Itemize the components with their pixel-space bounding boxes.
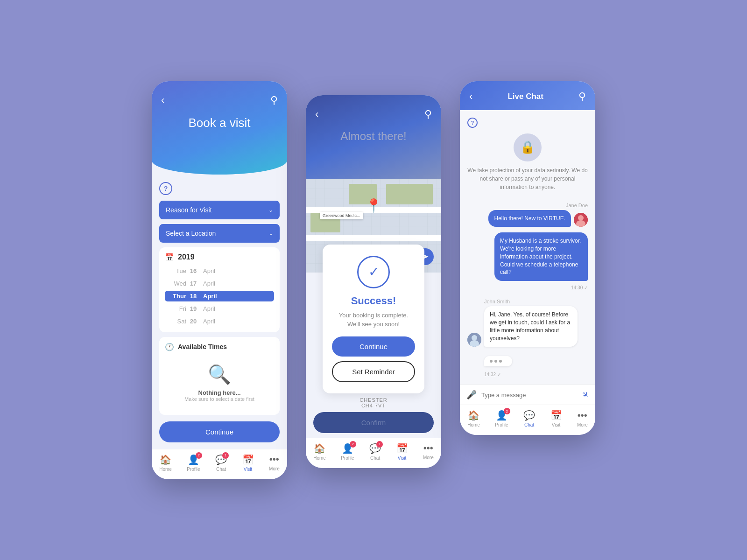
s2-body: ✓ Success! Your booking is complete. We'… [306,273,441,438]
reason-label: Reason for Visit [166,206,212,214]
msg-bubble-3: Hi, Jane. Yes, of course! Before we get … [484,306,578,347]
cal-row-sat[interactable]: Sat 20 April [165,316,274,327]
msg-text-2: My Husband is a stroke survivor. We're l… [500,238,581,275]
home-icon: 🏠 [160,454,171,465]
s3-visit-icon: 📅 [550,410,562,421]
chat-input-area: 🎤 ✈ [460,385,595,405]
search-icon[interactable]: ⚲ [270,94,278,106]
s3-nav-profile-label: Profile [495,422,508,427]
reason-dropdown[interactable]: Reason for Visit ⌄ [159,201,280,219]
typing-row [467,352,588,366]
s2-nav-profile[interactable]: 👤 2 Profile [341,443,354,461]
s1-nav-more[interactable]: ••• More [269,454,280,471]
s3-back-icon[interactable]: ‹ [469,91,472,103]
s1-header: ‹ ⚲ Book a visit [152,81,287,175]
day-wed: Wed [168,280,186,287]
s2-visit-icon: 📅 [396,443,408,454]
s3-nav-visit[interactable]: 📅 Visit [550,410,562,427]
month-apr3: April [200,293,271,300]
month-apr1: April [200,267,271,274]
s1-nav-visit[interactable]: 📅 Visit [242,454,254,472]
msg-row-2: My Husband is a stroke survivor. We're l… [467,232,588,281]
times-header: 🕐 Available Times [165,343,274,351]
s1-continue-button[interactable]: Continue [159,421,280,442]
s2-nav-home[interactable]: 🏠 Home [313,443,326,461]
confirm-button[interactable]: Confirm [313,412,434,433]
s3-nav-more-label: More [577,422,588,427]
s2-nav-more-label: More [423,455,434,460]
location-info: CHESTER CH4 7VT [313,393,434,412]
phone-live-chat: ‹ Live Chat ⚲ ? 🔒 We take protection of … [460,81,595,435]
s2-nav-chat[interactable]: 💬 1 Chat [369,443,381,461]
calendar-section: 📅 2019 Tue 16 April Wed 17 April [159,247,280,332]
john-avatar [467,333,481,347]
day-thur: Thur [168,293,186,300]
nav-chat-label: Chat [216,467,226,472]
s2-nav-more[interactable]: ••• More [423,443,434,460]
s2-back-icon[interactable]: ‹ [315,108,318,120]
s1-nav-chat[interactable]: 💬 1 Chat [215,454,227,472]
s3-help-icon[interactable]: ? [467,118,478,128]
num-20: 20 [186,318,200,325]
send-icon[interactable]: ✈ [579,389,591,401]
s3-nav-home[interactable]: 🏠 Home [467,410,480,427]
success-continue-button[interactable]: Continue [332,336,415,357]
s3-nav-home-label: Home [467,422,480,427]
sender-john: John Smith [484,297,588,305]
s3-search-icon[interactable]: ⚲ [578,91,586,103]
book-visit-title: Book a visit [161,116,278,130]
location-name-2: CH4 7VT [313,403,434,408]
cal-row-fri[interactable]: Fri 19 April [165,303,274,314]
cal-row-tue[interactable]: Tue 16 April [165,266,274,276]
num-17: 17 [186,280,200,287]
calendar-icon: 📅 [165,253,174,262]
cal-year: 2019 [178,253,195,261]
s2-header-top: ‹ ⚲ [315,108,432,120]
chat-input[interactable] [481,392,577,399]
sender-jane: Jane Doe [467,201,588,209]
cal-header: 📅 2019 [165,253,274,262]
s1-nav-home[interactable]: 🏠 Home [159,454,172,472]
msg-text-1: Hello there! New to VIRTUE. [494,215,565,222]
success-sub: Your booking is complete. We'll see you … [332,311,415,329]
road-h2 [306,235,441,241]
s2-search-icon[interactable]: ⚲ [424,108,432,120]
cal-row-thur[interactable]: Thur 18 April [165,291,274,301]
month-apr5: April [200,318,271,325]
location-name-1: CHESTER [313,397,434,403]
back-icon[interactable]: ‹ [161,94,164,106]
map-location-label: Greenwood Medic... [320,212,363,219]
s3-home-icon: 🏠 [468,410,479,421]
profile-badge: 2 [196,452,202,459]
s1-nav-profile[interactable]: 👤 2 Profile [187,454,200,472]
set-reminder-button[interactable]: Set Reminder [332,361,415,382]
s2-profile-badge: 2 [350,441,356,448]
s2-nav-visit[interactable]: 📅 Visit [396,443,408,461]
screens-container: ‹ ⚲ Book a visit ? Reason for Visit ⌄ Se… [133,53,614,507]
visit-icon: 📅 [242,454,254,465]
s3-nav-profile[interactable]: 👤 2 Profile [495,410,508,427]
s3-nav-more[interactable]: ••• More [577,410,588,427]
available-times-label: Available Times [178,343,227,350]
s3-profile-badge: 2 [504,408,510,414]
empty-state: 🔍 Nothing here... Make sure to select a … [165,359,274,409]
success-title: Success! [332,295,415,307]
s3-nav-chat[interactable]: 💬 Chat [523,410,535,427]
jane-name: Jane Doe [566,203,588,208]
nav-profile-label: Profile [187,467,200,472]
help-icon[interactable]: ? [159,182,172,195]
chat-body: ? 🔒 We take protection of your data seri… [460,110,595,385]
month-apr4: April [200,305,271,312]
mic-icon[interactable]: 🎤 [466,390,477,400]
nav-visit-label: Visit [244,467,253,472]
s2-nav-home-label: Home [313,455,326,461]
jane-avatar [574,213,588,227]
cal-row-wed[interactable]: Wed 17 April [165,278,274,289]
s2-bottom-nav: 🏠 Home 👤 2 Profile 💬 1 Chat 📅 Visit ••• … [306,438,441,468]
s3-header: ‹ Live Chat ⚲ [460,81,595,110]
map-block2 [386,184,433,204]
svg-point-4 [472,335,477,341]
location-dropdown[interactable]: Select a Location ⌄ [159,224,280,243]
s3-bottom-nav: 🏠 Home 👤 2 Profile 💬 Chat 📅 Visit ••• Mo… [460,405,595,435]
s2-nav-profile-label: Profile [341,455,354,461]
